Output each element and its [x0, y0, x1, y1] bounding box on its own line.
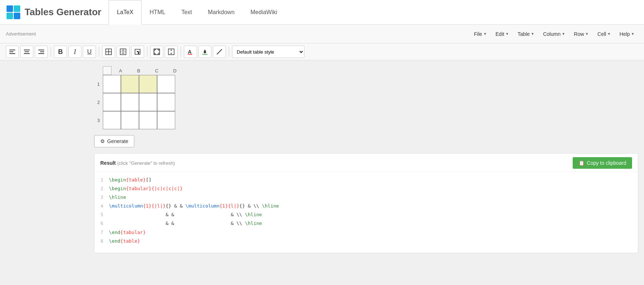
code-line-3: 3 \hline: [94, 193, 638, 202]
keyword-end-table: \end: [109, 238, 120, 244]
menu-cell[interactable]: Cell ▼: [594, 29, 614, 39]
arrows-button[interactable]: [165, 46, 178, 58]
cell-2c[interactable]: [139, 93, 157, 111]
copy-label: Copy to clipboard: [587, 160, 626, 166]
menu-table[interactable]: Table ▼: [514, 29, 538, 39]
tab-text[interactable]: Text: [173, 0, 200, 25]
hline-6: \hline: [245, 221, 262, 226]
code-content-3: \hline: [109, 193, 126, 201]
keyword-end-tabular: \end: [109, 230, 120, 235]
svg-rect-8: [25, 51, 29, 52]
copy-to-clipboard-button[interactable]: 📋 Copy to clipboard: [573, 157, 632, 169]
grid-row-2: 2: [94, 93, 184, 111]
amp-5-2: &: [231, 212, 237, 217]
amp-1: &: [171, 203, 180, 209]
bold-button[interactable]: B: [54, 46, 67, 58]
result-label-area: Result (click "Generate" to refresh): [100, 160, 175, 166]
arg-table: {table}: [126, 177, 146, 183]
separator-5: [229, 47, 229, 57]
arg-tabular: {tabular}: [126, 186, 151, 191]
separator-3: [147, 47, 147, 57]
align-center-button[interactable]: [20, 46, 33, 58]
style-select[interactable]: Default table style Booktabs No borders: [232, 46, 304, 58]
no-border-button[interactable]: [213, 46, 226, 58]
align-right-button[interactable]: [35, 46, 48, 58]
result-header: Result (click "Generate" to refresh) 📋 C…: [94, 157, 638, 172]
row-header-1: 1: [94, 81, 103, 87]
clipboard-icon: 📋: [578, 160, 585, 166]
resize-button[interactable]: [150, 46, 163, 58]
tab-html[interactable]: HTML: [142, 0, 173, 25]
line-num-7: 7: [94, 229, 109, 236]
keyword-hline-3: \hline: [109, 194, 126, 200]
keyword-begin-2: \begin: [109, 186, 126, 191]
select-all-checkbox[interactable]: [103, 66, 111, 75]
cmd-multicolumn-1: \multicolumn: [109, 203, 143, 209]
spaces-5: [109, 212, 166, 217]
cell-3a[interactable]: [103, 111, 121, 129]
arg-cols: {|c|c|c|c|}: [151, 186, 182, 191]
logo-text: Tables Generator: [25, 7, 101, 18]
cell-3b[interactable]: [121, 111, 139, 129]
logo-icon: [6, 5, 21, 20]
mc2-arg1: {1}: [219, 203, 228, 209]
code-content-6: & & & \\ \hline: [109, 219, 262, 227]
code-content-5: & & & \\ \hline: [109, 211, 262, 219]
spaces-5b: [174, 212, 231, 217]
edit-arrow: ▼: [505, 32, 509, 36]
align-right-icon: [38, 49, 45, 55]
align-left-button[interactable]: [6, 46, 19, 58]
mc-arg1: {1}: [143, 203, 151, 209]
svg-rect-4: [9, 50, 15, 50]
line-num-3: 3: [94, 194, 109, 201]
code-line-7: 7 \end{tabular}: [94, 228, 638, 237]
cell-2b[interactable]: [121, 93, 139, 111]
no-border-icon: [216, 48, 223, 55]
tab-markdown[interactable]: Markdown: [200, 0, 243, 25]
cell-3c[interactable]: [139, 111, 157, 129]
row-arrow: ▼: [585, 32, 589, 36]
keyword-begin-1: \begin: [109, 177, 126, 183]
menu-row[interactable]: Row ▼: [570, 29, 592, 39]
cell-1d[interactable]: [157, 75, 175, 93]
tab-latex[interactable]: LaTeX: [109, 0, 142, 25]
toolbar: B I U: [0, 43, 644, 60]
cell-3d[interactable]: [157, 111, 175, 129]
code-line-2: 2 \begin{tabular}{|c|c|c|c|}: [94, 184, 638, 193]
amp-3: &: [245, 203, 253, 209]
help-arrow: ▼: [631, 32, 635, 36]
grid-header-row: A B C D: [103, 66, 184, 75]
tab-mediawiki[interactable]: MediaWiki: [243, 0, 285, 25]
menu-column[interactable]: Column ▼: [539, 29, 569, 39]
all-borders-button[interactable]: [102, 46, 115, 58]
backslash-5: \\: [236, 212, 245, 217]
align-left-icon: [9, 49, 16, 55]
arg-end-table: {table}: [120, 238, 140, 244]
cell-2d[interactable]: [157, 93, 175, 111]
underline-button[interactable]: U: [83, 46, 96, 58]
resize-icon: [153, 48, 160, 55]
col-header-c: C: [148, 67, 166, 74]
top-nav: Tables Generator LaTeX HTML Text Markdow…: [0, 0, 644, 25]
expand-table-button[interactable]: [117, 46, 130, 58]
spaces-6: [109, 221, 166, 226]
generate-button[interactable]: ⚙ Generate: [94, 135, 134, 147]
svg-marker-25: [170, 49, 172, 54]
backslash-1: \\: [253, 203, 262, 209]
menu-file[interactable]: File ▼: [470, 29, 490, 39]
separator-4: [181, 47, 181, 57]
cell-2a[interactable]: [103, 93, 121, 111]
select-table-button[interactable]: [131, 46, 144, 58]
text-color-button[interactable]: A: [184, 46, 197, 58]
code-content-8: \end{table}: [109, 237, 140, 245]
cell-1b[interactable]: [121, 75, 139, 93]
hline-4: \hline: [262, 203, 279, 209]
main-content: A B C D 1 2 3: [0, 60, 644, 285]
cell-1a[interactable]: [103, 75, 121, 93]
menu-help[interactable]: Help ▼: [616, 29, 638, 39]
menu-edit[interactable]: Edit ▼: [492, 29, 513, 39]
italic-button[interactable]: I: [68, 46, 81, 58]
cell-1c[interactable]: [139, 75, 157, 93]
background-color-button[interactable]: [198, 46, 211, 58]
column-arrow: ▼: [561, 32, 565, 36]
